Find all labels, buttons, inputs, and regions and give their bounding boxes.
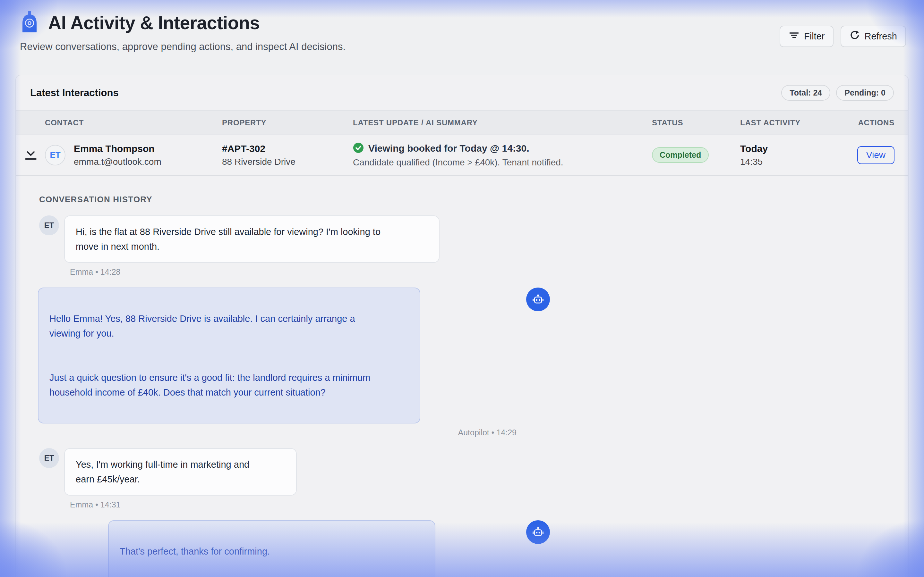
conversation-heading: CONVERSATION HISTORY [39, 195, 885, 205]
ai-message-bubble: Hello Emma! Yes, 88 Riverside Drive is a… [38, 287, 420, 424]
col-property: PROPERTY [222, 118, 353, 127]
property-cell: #APT-302 88 Riverside Drive [222, 143, 353, 167]
view-button[interactable]: View [857, 146, 895, 164]
status-badge: Completed [652, 147, 709, 163]
page-subtitle: Review conversations, approve pending ac… [20, 41, 346, 53]
panel-header: Latest Interactions Total: 24 Pending: 0 [16, 75, 908, 110]
property-id: #APT-302 [222, 143, 353, 154]
table-row[interactable]: ET Emma Thompson emma.t@outlook.com #APT… [16, 135, 908, 176]
autopilot-robot-icon [526, 287, 550, 311]
summary-title: Viewing booked for Today @ 14:30. [368, 143, 529, 154]
col-summary: LATEST UPDATE / AI SUMMARY [353, 118, 652, 127]
latest-interactions-panel: Latest Interactions Total: 24 Pending: 0… [15, 75, 909, 577]
table-header: CONTACT PROPERTY LATEST UPDATE / AI SUMM… [16, 110, 908, 135]
contact-name: Emma Thompson [74, 143, 162, 154]
collapse-row-button[interactable] [24, 149, 38, 161]
col-actions: ACTIONS [853, 118, 895, 127]
message-ai: Hello Emma! Yes, 88 Riverside Drive is a… [39, 287, 550, 424]
status-cell: Completed [652, 147, 740, 163]
last-activity-time: 14:35 [740, 157, 853, 167]
pending-badge: Pending: 0 [836, 85, 894, 101]
refresh-icon [850, 30, 860, 43]
message-ai: That's perfect, thanks for confirming. I… [39, 520, 550, 577]
message-user: ET Yes, I'm working full-time in marketi… [39, 448, 885, 496]
avatar: ET [39, 448, 59, 468]
summary-cell: Viewing booked for Today @ 14:30. Candid… [353, 142, 652, 168]
col-contact: CONTACT [45, 118, 222, 127]
header-left: AI Activity & Interactions Review conver… [19, 11, 346, 53]
filter-button-label: Filter [804, 31, 825, 42]
contact-cell: ET Emma Thompson emma.t@outlook.com [45, 143, 222, 167]
count-badges: Total: 24 Pending: 0 [781, 85, 894, 101]
refresh-button-label: Refresh [864, 31, 897, 42]
user-message-bubble: Hi, is the flat at 88 Riverside Drive st… [64, 215, 439, 263]
message-meta: Autopilot • 14:29 [39, 428, 550, 437]
filter-icon [788, 31, 800, 42]
header-actions: Filter Refresh [780, 26, 906, 47]
autopilot-robot-icon [526, 520, 550, 544]
ai-paragraph: Hello Emma! Yes, 88 Riverside Drive is a… [49, 311, 409, 341]
contact-email: emma.t@outlook.com [74, 157, 162, 167]
ai-paragraph: That's perfect, thanks for confirming. [120, 544, 424, 559]
summary-detail: Candidate qualified (Income > £40k). Ten… [353, 157, 652, 168]
ai-message-bubble: That's perfect, thanks for confirming. I… [108, 520, 435, 577]
avatar: ET [39, 215, 59, 235]
last-activity-cell: Today 14:35 [740, 143, 853, 167]
ai-paragraph: Just a quick question to ensure it's a g… [49, 370, 409, 400]
message-meta: Emma • 14:28 [70, 268, 885, 277]
conversation-history: CONVERSATION HISTORY ET Hi, is the flat … [16, 176, 908, 577]
page-title: AI Activity & Interactions [48, 12, 260, 33]
user-message-bubble: Yes, I'm working full-time in marketing … [64, 448, 297, 496]
check-circle-icon [353, 142, 364, 155]
ai-activity-page: AI Activity & Interactions Review conver… [0, 0, 924, 53]
actions-cell: View [853, 146, 895, 164]
page-header: AI Activity & Interactions Review conver… [0, 0, 924, 53]
last-activity-day: Today [740, 143, 853, 154]
col-last-activity: LAST ACTIVITY [740, 118, 853, 127]
bot-icon [19, 11, 40, 35]
message-user: ET Hi, is the flat at 88 Riverside Drive… [39, 215, 885, 263]
refresh-button[interactable]: Refresh [841, 26, 906, 47]
col-status: STATUS [652, 118, 740, 127]
filter-button[interactable]: Filter [780, 26, 834, 47]
panel-title: Latest Interactions [30, 87, 119, 99]
avatar: ET [45, 145, 65, 165]
message-meta: Emma • 14:31 [70, 500, 885, 509]
property-address: 88 Riverside Drive [222, 157, 353, 167]
total-badge: Total: 24 [781, 85, 830, 101]
